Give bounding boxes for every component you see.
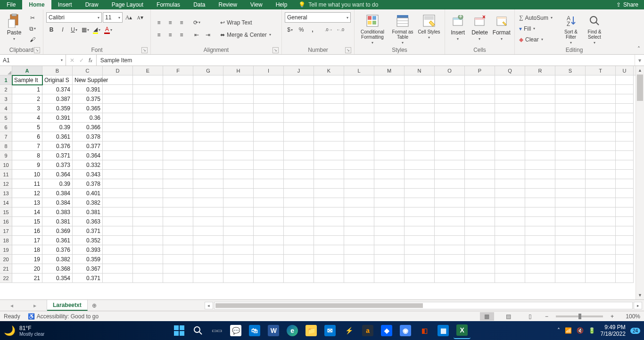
- cell-F17[interactable]: [163, 226, 193, 236]
- cell-J4[interactable]: [284, 104, 314, 113]
- cell-B21[interactable]: 0.368: [42, 264, 73, 274]
- cell-B4[interactable]: 0.359: [42, 104, 73, 113]
- cell-E5[interactable]: [133, 113, 163, 123]
- cell-K15[interactable]: [314, 207, 344, 217]
- cell-S1[interactable]: [555, 75, 586, 85]
- format-as-table-button[interactable]: Format as Table▾: [389, 12, 416, 45]
- font-name-combo[interactable]: Calibri▾: [46, 12, 102, 23]
- decrease-indent-button[interactable]: ⇤: [191, 30, 202, 40]
- cell-K13[interactable]: [314, 189, 344, 198]
- cell-T3[interactable]: [586, 94, 616, 104]
- cell-U22[interactable]: [616, 274, 634, 283]
- scroll-right-button[interactable]: ▸: [634, 302, 642, 309]
- cell-K9[interactable]: [314, 151, 344, 160]
- cell-O19[interactable]: [435, 245, 465, 255]
- notifications-button[interactable]: 24: [630, 328, 640, 334]
- column-header-O[interactable]: O: [435, 66, 465, 75]
- cell-C3[interactable]: 0.375: [73, 94, 103, 104]
- accounting-button[interactable]: $▾: [285, 25, 295, 35]
- cell-N22[interactable]: [405, 274, 435, 283]
- cell-S12[interactable]: [555, 179, 586, 189]
- cell-J11[interactable]: [284, 170, 314, 179]
- cut-button[interactable]: ✂: [27, 13, 38, 23]
- cell-T2[interactable]: [586, 85, 616, 94]
- cell-F22[interactable]: [163, 274, 193, 283]
- cell-N3[interactable]: [405, 94, 435, 104]
- tab-draw[interactable]: Draw: [79, 0, 105, 9]
- cell-G17[interactable]: [193, 226, 223, 236]
- taskbar-app-1[interactable]: 🛍: [246, 322, 263, 339]
- cell-L22[interactable]: [344, 274, 374, 283]
- cell-N8[interactable]: [405, 141, 435, 151]
- cell-J3[interactable]: [284, 94, 314, 104]
- cell-R10[interactable]: [525, 160, 555, 170]
- cell-H21[interactable]: [223, 264, 254, 274]
- tray-overflow-button[interactable]: ˄: [557, 327, 560, 334]
- cell-K10[interactable]: [314, 160, 344, 170]
- cell-N19[interactable]: [405, 245, 435, 255]
- column-header-N[interactable]: N: [405, 66, 435, 75]
- cell-Q8[interactable]: [495, 141, 525, 151]
- column-header-M[interactable]: M: [374, 66, 405, 75]
- font-launcher[interactable]: ↘: [141, 47, 148, 53]
- cell-R6[interactable]: [525, 123, 555, 132]
- column-header-C[interactable]: C: [73, 66, 103, 75]
- zoom-slider[interactable]: [556, 315, 603, 317]
- cell-A10[interactable]: 9: [12, 160, 42, 170]
- cell-U19[interactable]: [616, 245, 634, 255]
- cell-T14[interactable]: [586, 198, 616, 207]
- cell-U7[interactable]: [616, 132, 634, 141]
- cell-R3[interactable]: [525, 94, 555, 104]
- cell-Q15[interactable]: [495, 207, 525, 217]
- cell-U10[interactable]: [616, 160, 634, 170]
- cell-M2[interactable]: [374, 85, 405, 94]
- cell-S14[interactable]: [555, 198, 586, 207]
- cell-H13[interactable]: [223, 189, 254, 198]
- cell-T12[interactable]: [586, 179, 616, 189]
- cell-B15[interactable]: 0.383: [42, 207, 73, 217]
- cell-R12[interactable]: [525, 179, 555, 189]
- find-select-button[interactable]: Find & Select▾: [584, 12, 605, 45]
- cell-I1[interactable]: [254, 75, 284, 85]
- cell-C5[interactable]: 0.36: [73, 113, 103, 123]
- cell-B7[interactable]: 0.361: [42, 132, 73, 141]
- cell-P3[interactable]: [465, 94, 495, 104]
- cell-H14[interactable]: [223, 198, 254, 207]
- font-size-combo[interactable]: 11▾: [103, 12, 123, 23]
- cell-K5[interactable]: [314, 113, 344, 123]
- cell-J7[interactable]: [284, 132, 314, 141]
- sort-filter-button[interactable]: AZ Sort & Filter▾: [560, 12, 582, 45]
- cell-R4[interactable]: [525, 104, 555, 113]
- cell-H15[interactable]: [223, 207, 254, 217]
- cell-L5[interactable]: [344, 113, 374, 123]
- column-header-U[interactable]: U: [616, 66, 634, 75]
- conditional-formatting-button[interactable]: Conditional Formatting▾: [357, 12, 388, 45]
- column-header-D[interactable]: D: [103, 66, 133, 75]
- cell-A12[interactable]: 11: [12, 179, 42, 189]
- battery-icon[interactable]: 🔋: [588, 327, 595, 334]
- cell-J6[interactable]: [284, 123, 314, 132]
- cell-J18[interactable]: [284, 236, 314, 245]
- cell-S10[interactable]: [555, 160, 586, 170]
- cell-D11[interactable]: [103, 170, 133, 179]
- column-header-K[interactable]: K: [314, 66, 344, 75]
- cell-R13[interactable]: [525, 189, 555, 198]
- cell-G20[interactable]: [193, 255, 223, 264]
- cell-E18[interactable]: [133, 236, 163, 245]
- cell-F15[interactable]: [163, 207, 193, 217]
- cell-G9[interactable]: [193, 151, 223, 160]
- italic-button[interactable]: I: [58, 25, 68, 35]
- cell-U4[interactable]: [616, 104, 634, 113]
- cell-B18[interactable]: 0.361: [42, 236, 73, 245]
- column-header-F[interactable]: F: [163, 66, 193, 75]
- cell-E9[interactable]: [133, 151, 163, 160]
- cell-G10[interactable]: [193, 160, 223, 170]
- cell-Q10[interactable]: [495, 160, 525, 170]
- cell-I2[interactable]: [254, 85, 284, 94]
- taskbar-app-word[interactable]: W: [265, 322, 282, 339]
- sheet-tab-active[interactable]: Larabeetxt: [47, 300, 88, 311]
- row-header-3[interactable]: 3: [0, 94, 12, 104]
- cell-D6[interactable]: [103, 123, 133, 132]
- cell-S8[interactable]: [555, 141, 586, 151]
- start-button[interactable]: [171, 322, 188, 339]
